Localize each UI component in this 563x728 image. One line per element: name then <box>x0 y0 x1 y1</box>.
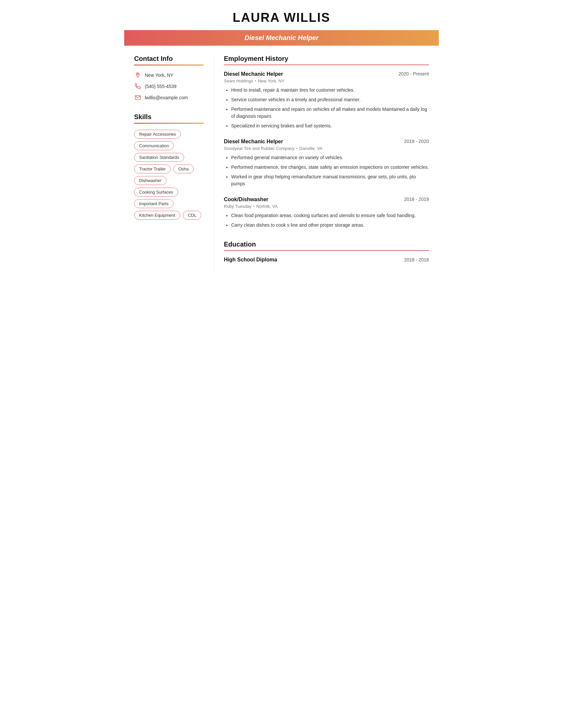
job-title-bar: Diesel Mechanic Helper <box>124 30 439 46</box>
job-header: Cook/Dishwasher 2018 - 2019 <box>224 197 429 203</box>
skill-tag: Kitchen Equipment <box>134 211 180 220</box>
contact-title: Contact Info <box>134 55 204 63</box>
edu-dates: 2018 - 2018 <box>404 257 429 262</box>
location-text: New York, NY <box>145 72 173 78</box>
contact-divider <box>134 65 204 66</box>
skills-section: Skills Repair AccessoriesCommunicationSa… <box>134 113 204 220</box>
skill-tag: Important Parts <box>134 199 173 208</box>
skill-tag: CDL <box>183 211 201 220</box>
job-header: Diesel Mechanic Helper 2019 - 2020 <box>224 139 429 145</box>
job-company: Goodyear Tire and Rubber Company•Danvill… <box>224 146 429 151</box>
education-divider <box>224 250 429 251</box>
employment-divider <box>224 65 429 65</box>
job-bullet: Specialized in servicing brakes and fuel… <box>231 122 429 129</box>
location-item: New York, NY <box>134 71 204 79</box>
skill-tags-container: Repair AccessoriesCommunicationSanitatio… <box>134 130 204 220</box>
email-icon <box>134 94 141 101</box>
skill-tag: Tractor Trailer <box>134 164 170 173</box>
skills-title: Skills <box>134 113 204 121</box>
phone-item: (540) 555-4539 <box>134 83 204 90</box>
job-bullet: Clean food preparation areas, cooking su… <box>231 212 429 219</box>
job-dates: 2018 - 2019 <box>404 197 429 202</box>
job-bullet: Hired to install, repair & maintain tire… <box>231 87 429 94</box>
job-bullet: Performed general maintenance on variety… <box>231 154 429 161</box>
job-entry: Cook/Dishwasher 2018 - 2019 Ruby Tuesday… <box>224 197 429 229</box>
skill-tag: Sanitation Standards <box>134 153 184 162</box>
job-bullets-list: Hired to install, repair & maintain tire… <box>224 87 429 129</box>
job-dates: 2019 - 2020 <box>404 139 429 144</box>
job-bullet: Service customer vehicles in a timely an… <box>231 96 429 103</box>
phone-text: (540) 555-4539 <box>145 84 176 89</box>
jobs-container: Diesel Mechanic Helper 2020 - Present Se… <box>224 71 429 229</box>
job-company: Sears Holdings•New York, NY <box>224 78 429 83</box>
edu-degree: High School Diploma <box>224 257 277 263</box>
job-bullet: Worked in gear shop helping remanufactur… <box>231 173 429 187</box>
skill-tag: Osha <box>173 164 193 173</box>
edu-container: High School Diploma 2018 - 2018 <box>224 257 429 263</box>
edu-entry: High School Diploma 2018 - 2018 <box>224 257 429 263</box>
phone-icon <box>134 83 141 90</box>
job-title-text: Diesel Mechanic Helper <box>224 139 283 145</box>
job-bullet: Carry clean dishes to cook s line and ot… <box>231 222 429 229</box>
job-entry: Diesel Mechanic Helper 2020 - Present Se… <box>224 71 429 129</box>
svg-point-0 <box>137 73 138 75</box>
skill-tag: Cooking Surfaces <box>134 188 178 197</box>
skill-tag: Repair Accessories <box>134 130 181 139</box>
employment-title: Employment History <box>224 55 429 63</box>
job-entry: Diesel Mechanic Helper 2019 - 2020 Goody… <box>224 139 429 187</box>
job-company: Ruby Tuesday•Norfolk, VA <box>224 204 429 209</box>
page-title: LAURA WILLIS <box>124 0 439 30</box>
location-icon <box>134 71 141 79</box>
email-text: lwillis@example.com <box>145 95 188 100</box>
skill-tag: Dishwasher <box>134 176 166 185</box>
job-dates: 2020 - Present <box>399 71 429 76</box>
job-bullets-list: Performed general maintenance on variety… <box>224 154 429 187</box>
skills-divider <box>134 123 204 124</box>
email-item: lwillis@example.com <box>134 94 204 101</box>
job-header: Diesel Mechanic Helper 2020 - Present <box>224 71 429 77</box>
employment-section: Employment History Diesel Mechanic Helpe… <box>224 55 429 229</box>
job-title-text: Diesel Mechanic Helper <box>224 71 283 77</box>
job-bullets-list: Clean food preparation areas, cooking su… <box>224 212 429 229</box>
job-bullet: Performed maintnence, tire changes, stat… <box>231 164 429 171</box>
skill-tag: Communication <box>134 141 174 150</box>
education-section: Education High School Diploma 2018 - 201… <box>224 241 429 263</box>
job-bullet: Performed maintenance and repairs on veh… <box>231 106 429 120</box>
education-title: Education <box>224 241 429 248</box>
job-title-text: Cook/Dishwasher <box>224 197 268 203</box>
contact-section: Contact Info New York, NY (540) 555 <box>134 55 204 101</box>
